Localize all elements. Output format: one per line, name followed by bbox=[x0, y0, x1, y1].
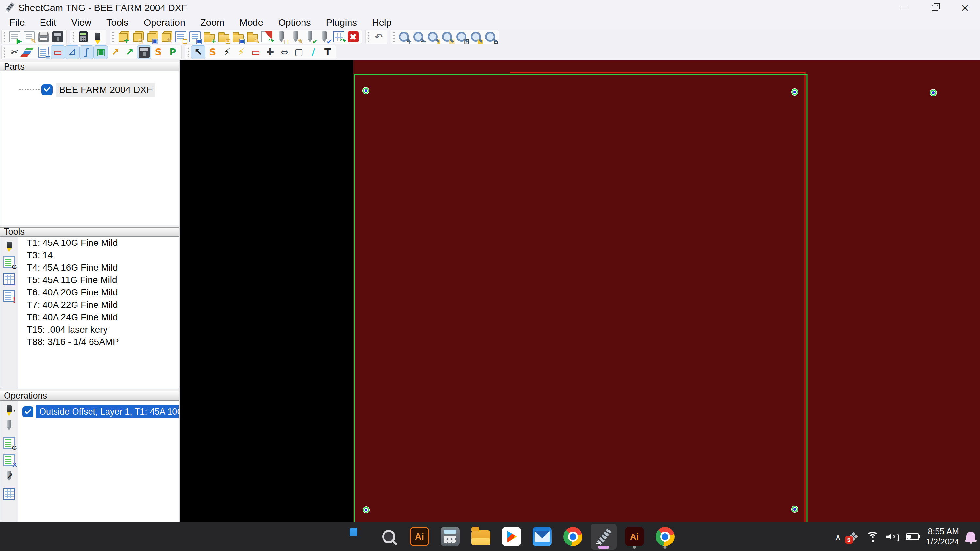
tool-item[interactable]: T4: 45A 16G Fine Mild bbox=[18, 262, 179, 274]
open-job-button[interactable]: ◻ bbox=[173, 30, 188, 44]
tray-clock[interactable]: 8:55 AM 1/2/2024 bbox=[926, 527, 959, 547]
toolbar-drag-handle[interactable] bbox=[186, 47, 190, 58]
delete-gcode-button[interactable] bbox=[0, 451, 18, 468]
new-part-button[interactable]: + bbox=[116, 30, 130, 44]
toolbar-drag-handle[interactable] bbox=[111, 31, 115, 43]
show-start-points-button[interactable]: S bbox=[151, 45, 165, 59]
show-curves-button[interactable]: ∫ bbox=[80, 45, 94, 59]
notification-bell-icon[interactable] bbox=[966, 532, 975, 541]
menu-mode[interactable]: Mode bbox=[232, 16, 271, 29]
toolbar-drag-handle[interactable] bbox=[392, 31, 396, 43]
operation-checkbox[interactable] bbox=[22, 407, 33, 418]
edit-post-button[interactable]: ✎ bbox=[22, 30, 36, 44]
open-toolset-button[interactable]: ◻ bbox=[274, 30, 288, 44]
toolbar-drag-handle[interactable] bbox=[72, 31, 75, 43]
move-operation-button[interactable] bbox=[0, 468, 18, 485]
drill-operation-button[interactable] bbox=[0, 418, 18, 435]
restore-button[interactable] bbox=[920, 0, 950, 16]
show-parts-button[interactable]: ▣ bbox=[94, 45, 108, 59]
cut-path-button[interactable]: ✂ bbox=[8, 45, 22, 59]
tool-item[interactable]: T8: 40A 24G Fine Mild bbox=[18, 311, 179, 324]
print-button[interactable] bbox=[36, 30, 51, 44]
toolbar-drag-handle[interactable] bbox=[3, 31, 6, 43]
tool-item[interactable]: T88: 3/16 - 1/4 65AMP bbox=[18, 336, 179, 348]
menu-operation[interactable]: Operation bbox=[136, 16, 193, 29]
part-label[interactable]: BEE FARM 2004 DXF bbox=[56, 83, 156, 97]
undo-button[interactable]: ↶ bbox=[371, 30, 386, 44]
generate-gcode-button[interactable] bbox=[0, 254, 18, 271]
tool-item[interactable]: T15: .004 laser kery bbox=[18, 324, 179, 336]
show-machine-button[interactable] bbox=[137, 45, 151, 59]
wifi-icon[interactable] bbox=[866, 532, 879, 541]
dropbox-icon[interactable]: ❖5 bbox=[848, 531, 859, 543]
text-tool-button[interactable]: T bbox=[320, 45, 335, 59]
tool-info-button[interactable] bbox=[0, 287, 18, 305]
operation-table-button[interactable] bbox=[0, 485, 18, 502]
zoom-machine-button[interactable]: ⌂ bbox=[483, 30, 498, 44]
toolbar-drag-handle[interactable] bbox=[367, 31, 370, 43]
open-drawing-button[interactable]: ◻ bbox=[216, 30, 231, 44]
illustrator-app[interactable]: Ai bbox=[406, 524, 433, 550]
run-post-processor-button[interactable] bbox=[76, 30, 91, 44]
sheetcam-app[interactable] bbox=[590, 524, 617, 550]
tool-item[interactable]: T5: 45A 11G Fine Mild bbox=[18, 274, 179, 286]
tools-list[interactable]: T1: 45A 10G Fine MildT3: 14T4: 45A 16G F… bbox=[18, 236, 179, 389]
move-start-point-button[interactable]: S bbox=[205, 45, 220, 59]
part-checkbox[interactable] bbox=[41, 84, 52, 95]
menu-plugins[interactable]: Plugins bbox=[318, 16, 364, 29]
open-part-button[interactable]: ◻ bbox=[130, 30, 145, 44]
google-play-app[interactable] bbox=[498, 524, 525, 550]
illustrator2-app[interactable]: Ai bbox=[621, 524, 648, 550]
zoom-out-button[interactable]: − bbox=[411, 30, 426, 44]
rect-select-button[interactable]: ▢ bbox=[292, 45, 306, 59]
show-lead-ins-button[interactable]: P bbox=[165, 45, 180, 59]
measure-button[interactable]: ⇔ bbox=[277, 45, 292, 59]
menu-view[interactable]: View bbox=[64, 16, 99, 29]
menu-tools[interactable]: Tools bbox=[99, 16, 136, 29]
job-options2-button[interactable]: ≡ bbox=[36, 45, 51, 59]
minimize-button[interactable] bbox=[890, 0, 920, 16]
edit-tools-button[interactable]: ✎ bbox=[288, 30, 303, 44]
zoom-extents-button[interactable]: ⊡ bbox=[454, 30, 469, 44]
volume-icon[interactable] bbox=[886, 532, 899, 541]
torch-output-button[interactable] bbox=[0, 400, 18, 418]
zoom-part-button[interactable]: ▮ bbox=[426, 30, 440, 44]
calculator-app[interactable] bbox=[437, 524, 463, 550]
parts-panel[interactable]: BEE FARM 2004 DXF bbox=[0, 71, 179, 225]
menu-edit[interactable]: Edit bbox=[32, 16, 64, 29]
start-cutting-button[interactable] bbox=[91, 30, 105, 44]
canvas-viewport[interactable] bbox=[181, 60, 980, 522]
zoom-all-parts-button[interactable]: ▦ bbox=[440, 30, 454, 44]
job-options-button[interactable]: ▶ bbox=[8, 30, 22, 44]
chrome-app[interactable] bbox=[560, 524, 586, 550]
battery-icon[interactable] bbox=[906, 533, 919, 540]
simulate-torch-button[interactable] bbox=[0, 237, 18, 254]
close-button[interactable]: × bbox=[950, 0, 980, 16]
mail-app[interactable] bbox=[529, 524, 555, 550]
tool-item[interactable]: T6: 40A 20G Fine Mild bbox=[18, 286, 179, 299]
reload-parts-button[interactable]: ↷ bbox=[332, 30, 346, 44]
quick-cut-button[interactable]: ⚡ bbox=[220, 45, 234, 59]
select-contour-button[interactable]: ▭ bbox=[248, 45, 263, 59]
import-drawing-button[interactable]: ↷ bbox=[260, 30, 274, 44]
new-drawing-button[interactable]: + bbox=[202, 30, 216, 44]
operation-item[interactable]: Outside Offset, Layer 1, T1: 45A 10G Fin… bbox=[22, 405, 179, 418]
kerf-button[interactable]: ∕ bbox=[306, 45, 320, 59]
menu-zoom[interactable]: Zoom bbox=[193, 16, 232, 29]
chrome2-app[interactable] bbox=[652, 524, 678, 550]
move-part-button[interactable]: ✚ bbox=[263, 45, 277, 59]
show-nodes-button[interactable]: ⊿ bbox=[65, 45, 80, 59]
search-button[interactable] bbox=[375, 524, 402, 550]
show-rapids-button[interactable]: ↗ bbox=[108, 45, 123, 59]
select-tool-button[interactable]: ↖ bbox=[191, 45, 205, 59]
toolbar-drag-handle[interactable] bbox=[3, 47, 6, 58]
quick-cut-path-button[interactable]: ⚡ bbox=[234, 45, 248, 59]
menu-file[interactable]: File bbox=[2, 16, 32, 29]
save-job-button[interactable]: ▣ bbox=[188, 30, 202, 44]
post-process-button[interactable] bbox=[51, 30, 65, 44]
load-tools-button[interactable]: ✔ bbox=[303, 30, 317, 44]
edit-drawing-button[interactable]: ✎ bbox=[245, 30, 260, 44]
zoom-in-button[interactable]: + bbox=[397, 30, 411, 44]
edit-part-button[interactable]: ✎ bbox=[159, 30, 173, 44]
tool-item[interactable]: T7: 40A 22G Fine Mild bbox=[18, 299, 179, 311]
